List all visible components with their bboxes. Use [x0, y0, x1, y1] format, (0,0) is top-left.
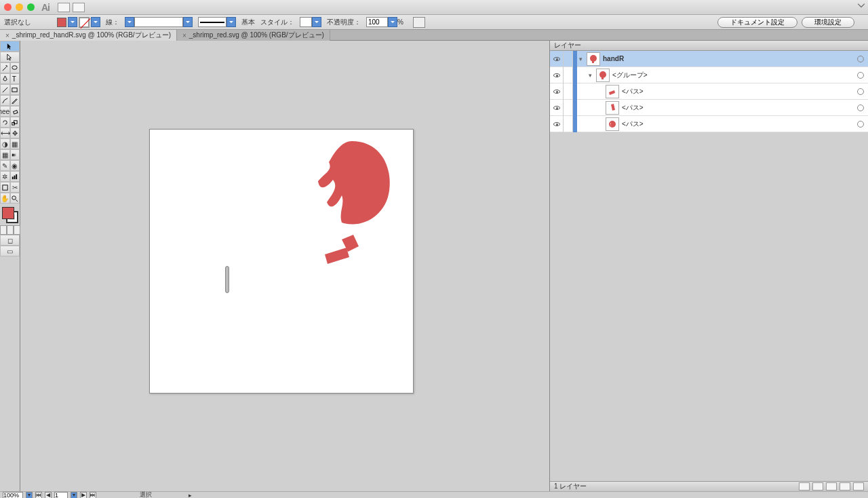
fill-color-icon[interactable]: [2, 207, 14, 219]
window-menu-icon[interactable]: [857, 1, 865, 9]
layer-name-label[interactable]: handR: [603, 55, 857, 62]
chevron-down-icon[interactable]: ▾: [587, 72, 593, 79]
close-icon[interactable]: ×: [182, 32, 186, 39]
style-preview[interactable]: [300, 17, 312, 27]
recolor-icon[interactable]: [413, 17, 425, 28]
layer-row-handr[interactable]: ▾ handR: [550, 51, 868, 67]
pencil-tool[interactable]: [10, 95, 20, 106]
visibility-toggle[interactable]: [550, 116, 564, 132]
rotate-tool[interactable]: [0, 117, 10, 128]
prev-artboard-button[interactable]: ◀: [45, 492, 52, 499]
lock-toggle[interactable]: [564, 83, 573, 100]
lock-toggle[interactable]: [564, 51, 573, 67]
stroke-swatch[interactable]: [79, 17, 90, 28]
first-artboard-button[interactable]: ⏮: [35, 492, 42, 499]
blend-tool[interactable]: ◉: [10, 160, 20, 171]
free-transform-tool[interactable]: ✥: [10, 128, 20, 138]
next-artboard-button[interactable]: ▶: [80, 492, 87, 499]
style-dropdown[interactable]: [312, 17, 321, 27]
scale-tool[interactable]: [10, 117, 20, 128]
zoom-input[interactable]: [3, 492, 23, 499]
screen-mode-icon[interactable]: [73, 3, 85, 12]
arrange-docs-icon[interactable]: [58, 3, 70, 12]
type-tool[interactable]: T: [10, 73, 20, 84]
symbol-sprayer-tool[interactable]: ✲: [0, 171, 10, 182]
close-icon[interactable]: ×: [5, 32, 9, 39]
artboard-dropdown[interactable]: ▾: [71, 492, 77, 499]
opacity-dropdown[interactable]: [388, 17, 397, 27]
stroke-dropdown[interactable]: [91, 17, 100, 27]
target-icon[interactable]: [857, 121, 864, 128]
canvas-area[interactable]: [20, 41, 549, 491]
layer-row-path-3[interactable]: <パス>: [550, 116, 868, 132]
paintbrush-tool[interactable]: [0, 95, 10, 106]
chevron-down-icon[interactable]: ▾: [577, 56, 584, 62]
layers-panel-title[interactable]: レイヤー: [550, 41, 868, 51]
layer-name-label[interactable]: <グループ>: [612, 71, 857, 80]
lasso-tool[interactable]: [10, 62, 20, 73]
layer-name-label[interactable]: <パス>: [622, 87, 857, 96]
draw-mode-normal[interactable]: ◻: [0, 235, 20, 246]
lock-toggle[interactable]: [564, 100, 573, 116]
graph-tool[interactable]: [10, 171, 20, 182]
new-sublayer-icon[interactable]: [826, 482, 837, 491]
visibility-toggle[interactable]: [550, 100, 564, 116]
hand-tool[interactable]: ✋: [0, 193, 10, 204]
artboard-tool[interactable]: [0, 182, 10, 193]
eyedropper-tool[interactable]: ✎: [0, 160, 10, 171]
mesh-tool[interactable]: ▦: [0, 149, 10, 160]
layer-row-path-1[interactable]: <パス>: [550, 83, 868, 100]
layer-row-path-2[interactable]: <パス>: [550, 100, 868, 116]
target-icon[interactable]: [857, 88, 864, 95]
lock-toggle[interactable]: [564, 67, 573, 83]
zoom-tool[interactable]: [10, 193, 20, 204]
preferences-button[interactable]: 環境設定: [802, 17, 854, 28]
color-mode-none[interactable]: [14, 225, 20, 235]
slice-tool[interactable]: ✂: [10, 182, 20, 193]
artboard[interactable]: [149, 129, 414, 394]
locate-object-icon[interactable]: [799, 482, 810, 491]
document-setup-button[interactable]: ドキュメント設定: [717, 17, 797, 28]
tab-shrimp-red[interactable]: × _shrimp_red.svg @ 100% (RGB/プレビュー): [177, 30, 330, 41]
target-icon[interactable]: [857, 56, 864, 62]
target-icon[interactable]: [857, 104, 864, 111]
opacity-input[interactable]: [366, 17, 388, 27]
mac-minimize-button[interactable]: [16, 3, 23, 11]
make-clipping-mask-icon[interactable]: [812, 482, 823, 491]
new-layer-icon[interactable]: [840, 482, 850, 491]
stroke-weight-input[interactable]: [134, 17, 183, 27]
delete-layer-icon[interactable]: [853, 482, 864, 491]
panel-collapse-handle[interactable]: [225, 266, 229, 293]
eraser-tool[interactable]: [10, 106, 20, 117]
screen-mode-button[interactable]: ▭: [0, 246, 20, 256]
stroke-profile-preview[interactable]: [198, 17, 226, 27]
layer-row-group[interactable]: ▾ <グループ>: [550, 67, 868, 83]
rectangle-tool[interactable]: [10, 84, 20, 95]
last-artboard-button[interactable]: ⏭: [90, 492, 96, 499]
stroke-profile-dropdown[interactable]: [226, 17, 236, 27]
mac-zoom-button[interactable]: [27, 3, 35, 11]
stroke-stepper[interactable]: [125, 17, 134, 27]
visibility-toggle[interactable]: [550, 51, 564, 67]
direct-selection-tool[interactable]: [0, 52, 20, 62]
target-icon[interactable]: [857, 72, 864, 79]
layer-name-label[interactable]: <パス>: [622, 103, 857, 113]
blob-brush-tool[interactable]: �needle: [0, 106, 10, 117]
artboard-number-input[interactable]: [54, 492, 68, 499]
selection-tool[interactable]: [0, 41, 20, 52]
fill-swatch[interactable]: [57, 18, 66, 27]
zoom-dropdown[interactable]: ▾: [26, 492, 33, 499]
pen-tool[interactable]: [0, 73, 10, 84]
magic-wand-tool[interactable]: [0, 62, 10, 73]
color-mode-gradient[interactable]: [7, 225, 14, 235]
visibility-toggle[interactable]: [550, 83, 564, 100]
shape-builder-tool[interactable]: ◑: [0, 138, 10, 149]
status-menu-arrow[interactable]: ▸: [189, 492, 192, 499]
stroke-weight-dropdown[interactable]: [183, 17, 193, 27]
lock-toggle[interactable]: [564, 116, 573, 132]
fill-dropdown[interactable]: [68, 17, 77, 27]
color-mode-solid[interactable]: [0, 225, 7, 235]
perspective-grid-tool[interactable]: ▦: [10, 138, 20, 149]
line-tool[interactable]: [0, 84, 10, 95]
gradient-tool[interactable]: [10, 149, 20, 160]
